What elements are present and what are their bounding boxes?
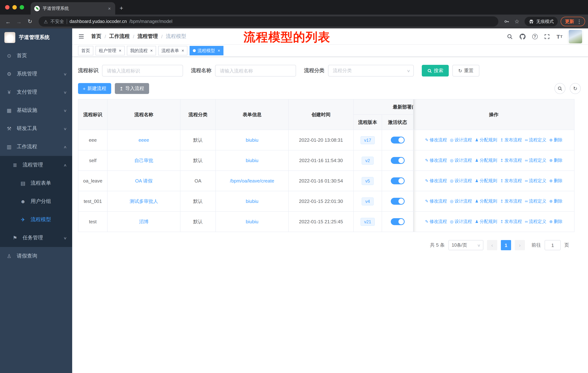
tag-home[interactable]: 首页 bbox=[78, 46, 93, 55]
key-icon[interactable] bbox=[502, 19, 511, 24]
form-link[interactable]: biubiu bbox=[246, 199, 258, 204]
design-process-link[interactable]: ◎设计流程 bbox=[450, 219, 472, 225]
update-button[interactable]: 更新 ⋮ bbox=[561, 17, 585, 26]
reload-button[interactable]: ↻ bbox=[25, 16, 35, 27]
process-definition-link[interactable]: ∞流程定义 bbox=[525, 178, 546, 184]
assign-rule-link[interactable]: ♟分配规则 bbox=[475, 137, 497, 143]
browser-tab[interactable]: 芋道管理系统 × bbox=[31, 2, 115, 15]
category-select[interactable]: 流程分类 ∨ bbox=[328, 65, 414, 77]
close-icon[interactable]: × bbox=[150, 48, 153, 53]
design-process-link[interactable]: ◎设计流程 bbox=[450, 158, 472, 164]
forward-button[interactable]: → bbox=[14, 16, 24, 27]
tag-process-model[interactable]: 流程模型 × bbox=[189, 46, 223, 55]
sidebar-item-payment[interactable]: ¥ 支付管理 ∨ bbox=[0, 83, 72, 101]
close-tab-icon[interactable]: × bbox=[107, 6, 112, 11]
process-name-link[interactable]: 测试多审批人 bbox=[130, 198, 158, 204]
active-toggle[interactable] bbox=[391, 218, 404, 225]
refresh-table-button[interactable]: ↻ bbox=[570, 83, 581, 94]
app-logo[interactable]: 芋道管理系统 bbox=[0, 28, 72, 47]
sidebar-item-process-management[interactable]: ≣ 流程管理 ∧ bbox=[0, 156, 72, 174]
sidebar-item-task-management[interactable]: ⚑ 任务管理 ∨ bbox=[0, 229, 72, 247]
publish-process-link[interactable]: ↥发布流程 bbox=[500, 219, 522, 225]
process-name-link[interactable]: 自己审批 bbox=[134, 158, 153, 163]
github-icon[interactable] bbox=[519, 33, 526, 40]
sidebar-item-infrastructure[interactable]: ▦ 基础设施 ∨ bbox=[0, 101, 72, 120]
minimize-window-button[interactable] bbox=[12, 5, 17, 10]
form-link[interactable]: biubiu bbox=[246, 137, 258, 143]
search-button[interactable]: 搜索 bbox=[422, 65, 449, 77]
delete-link[interactable]: ⊗删除 bbox=[549, 178, 562, 184]
menu-dots-icon[interactable]: ⋮ bbox=[577, 19, 582, 24]
modify-process-link[interactable]: ✎修改流程 bbox=[425, 178, 447, 184]
design-process-link[interactable]: ◎设计流程 bbox=[450, 198, 472, 204]
process-definition-link[interactable]: ∞流程定义 bbox=[525, 219, 546, 225]
fullscreen-icon[interactable] bbox=[544, 33, 550, 40]
close-icon[interactable]: × bbox=[181, 48, 184, 53]
delete-link[interactable]: ⊗删除 bbox=[549, 137, 562, 143]
breadcrumb-item[interactable]: 流程管理 bbox=[138, 33, 158, 40]
design-process-link[interactable]: ◎设计流程 bbox=[450, 137, 472, 143]
active-toggle[interactable] bbox=[391, 177, 404, 184]
form-link[interactable]: biubiu bbox=[246, 158, 258, 163]
modify-process-link[interactable]: ✎修改流程 bbox=[425, 219, 447, 225]
publish-process-link[interactable]: ↥发布流程 bbox=[500, 158, 522, 164]
modify-process-link[interactable]: ✎修改流程 bbox=[425, 158, 447, 164]
modify-process-link[interactable]: ✎修改流程 bbox=[425, 137, 447, 143]
process-name-input[interactable] bbox=[215, 65, 296, 77]
breadcrumb-item[interactable]: 首页 bbox=[91, 33, 101, 40]
tag-process-form[interactable]: 流程表单 × bbox=[158, 46, 187, 55]
sidebar-item-dev-tools[interactable]: ⚒ 研发工具 ∨ bbox=[0, 120, 72, 138]
close-icon[interactable]: × bbox=[218, 48, 220, 53]
sidebar-item-user-group[interactable]: ☻ 用户分组 bbox=[0, 192, 72, 211]
publish-process-link[interactable]: ↥发布流程 bbox=[500, 137, 522, 143]
modify-process-link[interactable]: ✎修改流程 bbox=[425, 198, 447, 204]
sidebar-item-process-form[interactable]: ▤ 流程表单 bbox=[0, 174, 72, 192]
prev-page-button[interactable]: ‹ bbox=[487, 240, 497, 250]
process-id-input[interactable] bbox=[102, 65, 183, 77]
active-toggle[interactable] bbox=[391, 137, 404, 143]
form-link[interactable]: /bpm/oa/leave/create bbox=[230, 178, 274, 184]
publish-process-link[interactable]: ↥发布流程 bbox=[500, 198, 522, 204]
breadcrumb-item[interactable]: 工作流程 bbox=[109, 33, 130, 40]
maximize-window-button[interactable] bbox=[20, 5, 24, 10]
process-name-link[interactable]: OA 请假 bbox=[135, 178, 152, 183]
process-name-link[interactable]: 滔博 bbox=[139, 219, 148, 224]
close-window-button[interactable] bbox=[5, 5, 10, 10]
next-page-button[interactable]: › bbox=[515, 240, 525, 250]
back-button[interactable]: ← bbox=[3, 16, 13, 27]
active-toggle[interactable] bbox=[391, 157, 404, 164]
reset-button[interactable]: ↻ 重置 bbox=[452, 65, 479, 77]
import-process-button[interactable]: ↥ 导入流程 bbox=[115, 83, 149, 94]
goto-page-input[interactable] bbox=[545, 240, 561, 250]
new-tab-button[interactable]: + bbox=[120, 5, 123, 12]
page-1-button[interactable]: 1 bbox=[501, 240, 511, 250]
create-process-button[interactable]: + 新建流程 bbox=[78, 83, 111, 94]
assign-rule-link[interactable]: ♟分配规则 bbox=[475, 198, 497, 204]
help-icon[interactable]: ? bbox=[532, 34, 537, 39]
assign-rule-link[interactable]: ♟分配规则 bbox=[475, 158, 497, 164]
form-link[interactable]: biubiu bbox=[246, 219, 258, 224]
process-definition-link[interactable]: ∞流程定义 bbox=[525, 198, 546, 204]
publish-process-link[interactable]: ↥发布流程 bbox=[500, 178, 522, 184]
delete-link[interactable]: ⊗删除 bbox=[549, 198, 562, 204]
toggle-search-button[interactable] bbox=[555, 83, 565, 94]
bookmark-star-icon[interactable]: ☆ bbox=[512, 18, 522, 25]
delete-link[interactable]: ⊗删除 bbox=[549, 158, 562, 164]
page-size-select[interactable]: 10条/页 ∨ bbox=[448, 240, 483, 250]
search-icon[interactable] bbox=[506, 33, 513, 40]
active-toggle[interactable] bbox=[391, 198, 404, 205]
sidebar-item-home[interactable]: ⊙ 首页 bbox=[0, 47, 72, 65]
process-definition-link[interactable]: ∞流程定义 bbox=[525, 137, 546, 143]
delete-link[interactable]: ⊗删除 bbox=[549, 219, 562, 225]
tag-my-process[interactable]: 我的流程 × bbox=[127, 46, 156, 55]
assign-rule-link[interactable]: ♟分配规则 bbox=[475, 219, 497, 225]
sidebar-item-process-model[interactable]: ✈ 流程模型 bbox=[0, 211, 72, 229]
tag-tenant-management[interactable]: 租户管理 × bbox=[95, 46, 125, 55]
user-avatar[interactable] bbox=[569, 30, 582, 43]
font-size-icon[interactable]: TT bbox=[556, 33, 562, 40]
sidebar-item-workflow[interactable]: ▥ 工作流程 ∧ bbox=[0, 138, 72, 156]
address-bar[interactable]: ⚠ 不安全 dashboard.yudao.iocoder.cn/bpm/man… bbox=[39, 16, 498, 27]
process-name-link[interactable]: eeee bbox=[138, 137, 149, 143]
collapse-sidebar-icon[interactable] bbox=[78, 33, 85, 40]
process-definition-link[interactable]: ∞流程定义 bbox=[525, 157, 546, 163]
